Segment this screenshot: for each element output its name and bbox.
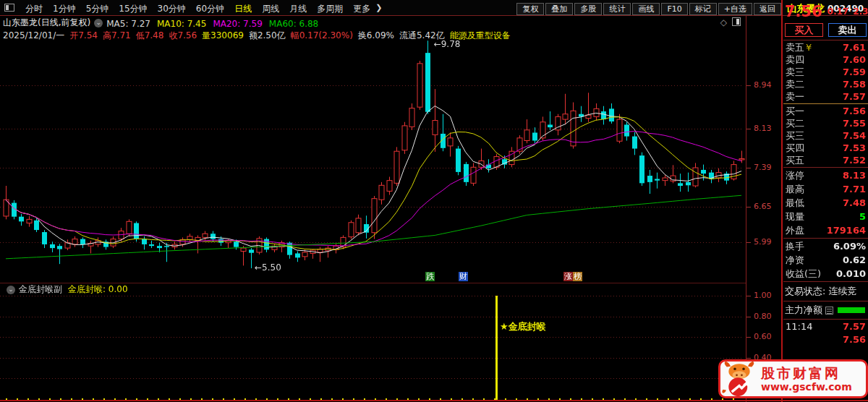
chart-title-row: 山东墨龙(日线,前复权) ⌄ MA5: 7.27MA10: 7.45MA20: … <box>3 17 744 28</box>
ma-legend: MA5: 7.27MA10: 7.45MA20: 7.59MA60: 6.88 <box>106 17 325 28</box>
menu-item-9[interactable]: 月线 <box>284 4 312 14</box>
toolbar-button-4[interactable]: 统计 <box>603 3 631 15</box>
menu-item-11[interactable]: 更多 <box>348 4 375 14</box>
ma-legend-item: MA5: 7.27 <box>106 19 150 28</box>
menu-item-5[interactable]: 30分钟 <box>153 4 191 14</box>
sell-button[interactable]: 卖出 <box>828 23 867 37</box>
price-tick-mark <box>746 207 751 208</box>
detail-label: 外盘 <box>786 223 804 237</box>
order-book-row[interactable]: 卖二7.58 <box>783 78 868 90</box>
level-label: 卖四 <box>786 54 804 66</box>
indicator-canvas[interactable] <box>0 295 746 402</box>
event-badge[interactable]: 财 <box>459 272 468 281</box>
indicator-header: ⌄ 金底封喉副 金底封喉: 0.00 <box>3 284 744 295</box>
menu-item-10[interactable]: 多周期 <box>312 4 348 14</box>
trade-status: 交易状态: 连续竞 <box>783 283 868 300</box>
level-price: 7.56 <box>843 105 866 117</box>
order-book-row[interactable]: 卖五¥7.61 <box>783 41 868 54</box>
indicator-name[interactable]: 金底封喉副 <box>19 283 62 296</box>
price-tick-label: 8.94 <box>754 80 780 90</box>
level-price: 7.58 <box>843 78 866 90</box>
menu-item-3[interactable]: 5分钟 <box>81 4 114 14</box>
detail-label: 收益(三) <box>786 267 821 281</box>
top-menu-bar: 分时1分钟5分钟15分钟30分钟60分钟日线周线月线多周期更多 ❯ 复权叠加多股… <box>0 0 868 16</box>
indicator-tick-mark <box>746 337 751 338</box>
order-book-row[interactable]: 卖一7.57 <box>783 90 868 103</box>
price-tick-label: 8.13 <box>754 124 780 133</box>
low-price-annotation: ←5.50 <box>255 262 281 273</box>
event-badge[interactable]: 涨 <box>563 272 573 281</box>
event-badge[interactable]: 榜 <box>573 272 582 281</box>
ma-legend-item: MA10: 7.45 <box>157 19 206 28</box>
order-book: 卖五¥7.61卖四7.60卖三7.59卖二7.58卖一7.57买一7.56买二7… <box>783 41 868 166</box>
toolbar-button-8[interactable]: +自选 <box>718 3 752 15</box>
panel-toggle-icon[interactable] <box>732 17 741 26</box>
toolbar-button-2[interactable]: 叠加 <box>545 3 573 15</box>
toolbar-button-3[interactable]: 多股 <box>574 3 602 15</box>
price-change-pct: 2.30% <box>853 7 868 17</box>
menu-item-1[interactable]: 分时 <box>20 4 48 14</box>
menu-item-8[interactable]: 周线 <box>257 4 284 14</box>
indicator-tick-mark <box>746 296 751 296</box>
order-book-row[interactable]: 卖三7.59 <box>783 66 868 78</box>
order-book-row[interactable]: 买四7.53 <box>783 142 868 154</box>
menu-item-7[interactable]: 日线 <box>229 4 257 14</box>
signal-star-label: ★金底封喉 <box>500 320 546 333</box>
ma-legend-item: MA20: 7.59 <box>213 19 262 28</box>
indicator-tick-mark <box>746 317 751 317</box>
tick-row: 11:14 7.57 <box>783 320 868 333</box>
level-label: 买五 <box>786 154 804 166</box>
event-badge[interactable]: 跌 <box>425 272 435 281</box>
yen-marker: ¥ <box>806 41 843 54</box>
buy-button[interactable]: 买入 <box>785 23 823 37</box>
more-arrow-icon[interactable]: ❯ <box>375 3 382 12</box>
price-tick-label: 7.39 <box>754 163 780 172</box>
window-panel-icon[interactable] <box>4 4 14 12</box>
price-tick-mark <box>746 85 751 86</box>
gscfw-logo: 股市财富网 www.gscfw.com <box>718 359 868 398</box>
menu-item-4[interactable]: 15分钟 <box>114 4 152 14</box>
order-book-row[interactable]: 买三7.54 <box>783 129 868 142</box>
tick-price-2: 7.56 <box>843 333 866 346</box>
detail-value: 0.010 <box>836 267 866 281</box>
level-price: 7.53 <box>843 142 866 154</box>
price-tick-mark <box>746 168 751 168</box>
price-tick-mark <box>746 129 751 129</box>
order-book-row[interactable]: 买一7.56 <box>783 105 868 117</box>
quote-detail-row: 现量5 <box>783 210 868 223</box>
order-book-row[interactable]: 买二7.55 <box>783 117 868 129</box>
quote-stats: 换手6.09%净资0.62收益(三)0.010 <box>783 239 868 281</box>
detail-value: 6.09% <box>833 239 866 253</box>
quote-detail-row: 最高7.71 <box>783 182 868 196</box>
quote-detail-row: 最低7.48 <box>783 196 868 210</box>
main-chart-canvas[interactable] <box>0 29 746 283</box>
indicator-tick-label: 1.00 <box>754 291 780 300</box>
main-force-bar <box>838 307 865 313</box>
toolbar-button-9[interactable]: 返回 <box>754 3 781 15</box>
toolbar-button-5[interactable]: 画线 <box>632 3 660 15</box>
indicator-tick-mark <box>746 358 751 359</box>
ma-legend-item: MA60: 6.88 <box>269 19 318 28</box>
indicator-chevron-icon[interactable]: ⌄ <box>7 286 15 294</box>
detail-label: 换手 <box>786 239 804 253</box>
menu-item-2[interactable]: 1分钟 <box>48 4 81 14</box>
diamond-icon[interactable]: ◇ <box>720 17 727 27</box>
level-label: 买三 <box>786 129 804 142</box>
chevron-down-icon[interactable]: ⌄ <box>94 19 103 27</box>
detail-label: 最低 <box>786 196 804 210</box>
detail-value: 8.13 <box>843 168 866 182</box>
last-price: 7.56 <box>785 3 822 20</box>
price-change: 0.17 <box>827 7 849 17</box>
main-force-row[interactable]: 主力净额 <box>783 302 868 318</box>
menu-item-6[interactable]: 60分钟 <box>191 4 229 14</box>
list-icon <box>825 307 833 315</box>
toolbar-button-6[interactable]: F10 <box>661 3 687 15</box>
toolbar-button-7[interactable]: 标记 <box>689 3 717 15</box>
order-book-row[interactable]: 卖四7.60 <box>783 54 868 66</box>
level-label: 卖二 <box>786 78 804 90</box>
price-tick-label: 5.99 <box>754 237 780 247</box>
level-label: 卖五 <box>786 41 804 54</box>
detail-label: 现量 <box>786 210 804 223</box>
order-book-row[interactable]: 买五7.52 <box>783 154 868 166</box>
toolbar-button-1[interactable]: 复权 <box>516 3 544 15</box>
